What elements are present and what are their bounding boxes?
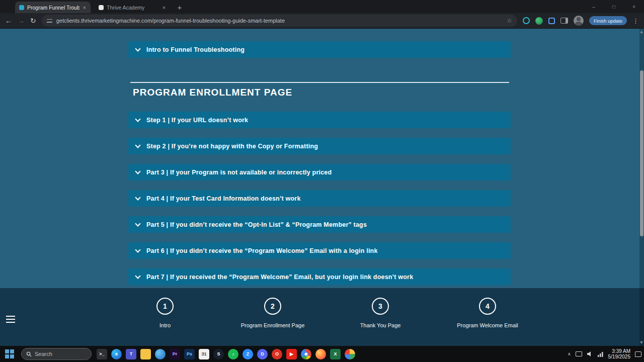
accordion-step-2[interactable]: Step 2 | If you’re not happy with the Co… (128, 138, 511, 154)
zoom-icon[interactable]: Z (243, 349, 253, 359)
app-colorful-icon[interactable] (345, 349, 355, 359)
notification-center-icon[interactable] (635, 351, 641, 357)
close-tab-icon[interactable]: × (162, 5, 166, 11)
youtube-icon[interactable]: ▶ (286, 349, 297, 359)
step-label: Program Enrollment Page (217, 322, 328, 328)
search-icon (26, 351, 32, 357)
accordion-part-6[interactable]: Part 6 | If you didn’t receive the “Prog… (128, 242, 511, 259)
stepper-step-thank-you[interactable]: 3 Thank You Page (325, 298, 436, 328)
photoshop-icon[interactable]: Ps (184, 349, 195, 359)
edge-icon[interactable]: e (111, 349, 122, 359)
app-red-icon[interactable]: O (272, 349, 282, 359)
accordion-label: Step 2 | If you’re not happy with the Co… (146, 143, 318, 150)
accordion-label: Intro to Funnel Troubleshooting (146, 46, 245, 53)
browser-tabstrip: Program Funnel Troubleshooting × Thrive … (0, 0, 644, 13)
tab-favicon (19, 5, 24, 10)
chevron-down-icon (135, 195, 140, 200)
close-tab-icon[interactable]: × (83, 5, 87, 11)
steam-icon[interactable]: S (213, 349, 224, 359)
accordion-label: Step 1 | If your URL doesn’t work (146, 117, 248, 124)
network-icon[interactable] (597, 351, 604, 357)
calendar-icon[interactable]: 31 (199, 349, 209, 359)
tab-thrive-academy[interactable]: Thrive Academy × (95, 2, 170, 13)
step-number: 3 (372, 298, 389, 315)
page-footer: 1 Intro 2 Program Enrollment Page 3 Than… (0, 288, 644, 346)
tab-title: Thrive Academy (107, 5, 159, 11)
menu-icon[interactable] (6, 316, 15, 325)
accordion-label: Part 3 | If your Program is not availabl… (146, 169, 332, 176)
firefox-icon[interactable] (315, 349, 326, 359)
bookmark-star-icon[interactable]: ☆ (507, 17, 512, 24)
url-text: getclients.thrivemarketingmachine.com/pr… (56, 18, 285, 24)
chevron-down-icon (135, 168, 140, 174)
finish-update-button[interactable]: Finish update (589, 16, 627, 25)
spotify-icon[interactable]: ♪ (228, 349, 238, 359)
scroll-up-arrow-icon[interactable] (640, 31, 643, 33)
accordion-step-1[interactable]: Step 1 | If your URL doesn’t work (128, 112, 511, 128)
stepper-step-welcome-email[interactable]: 4 Program Welcome Email (432, 298, 543, 328)
step-number: 2 (264, 298, 281, 315)
taskbar-search[interactable] (21, 348, 92, 360)
site-info-icon[interactable] (47, 18, 52, 24)
stepper-step-intro[interactable]: 1 Intro (110, 298, 220, 328)
tray-chevron-up-icon[interactable]: ∧ (568, 351, 571, 356)
accordion-label: Part 7 | If you received the “Program We… (146, 274, 413, 281)
browser-menu-icon[interactable]: ⋮ (632, 17, 639, 25)
taskbar: >_eTPrPs31S♪ZDO▶X ∧ 3:39 AM 5/19/2025 (0, 346, 644, 362)
section-title: PROGRAM ENROLLMENT PAGE (133, 87, 292, 98)
extension-blue-icon[interactable] (548, 18, 555, 24)
chevron-down-icon (135, 46, 140, 51)
teams-icon[interactable]: T (126, 349, 136, 359)
accordion-part-4[interactable]: Part 4 | If your Test Card Information d… (128, 190, 511, 207)
back-button[interactable]: ← (5, 17, 12, 25)
tab-favicon (99, 5, 104, 10)
accordion-label: Part 6 | If you didn’t receive the “Prog… (146, 247, 378, 254)
tab-title: Program Funnel Troubleshooting (27, 5, 79, 11)
minimize-button[interactable]: – (584, 0, 604, 13)
forward-button[interactable]: → (18, 17, 25, 25)
search-input[interactable] (35, 351, 85, 357)
browser-blue-icon[interactable] (155, 349, 166, 359)
excel-icon[interactable]: X (330, 349, 341, 359)
chevron-down-icon (135, 221, 140, 226)
step-label: Program Welcome Email (432, 322, 543, 328)
accordion-part-5[interactable]: Part 5 | If you didn’t receive the “Opt-… (128, 216, 511, 233)
browser-toolbar: ← → ↻ getclients.thrivemarketingmachine.… (0, 13, 644, 29)
volume-icon[interactable] (587, 351, 593, 357)
maximize-button[interactable]: □ (604, 0, 624, 13)
accordion-part-3[interactable]: Part 3 | If your Program is not availabl… (128, 164, 511, 180)
page-content: Intro to Funnel Troubleshooting PROGRAM … (0, 29, 644, 288)
side-panel-icon[interactable] (560, 18, 568, 24)
new-tab-button[interactable]: + (174, 2, 185, 13)
discord-icon[interactable]: D (257, 349, 268, 359)
address-bar[interactable]: getclients.thrivemarketingmachine.com/pr… (42, 15, 517, 27)
premiere-icon[interactable]: Pr (170, 349, 180, 359)
system-tray: ∧ 3:39 AM 5/19/2025 (568, 346, 641, 362)
page-scrollbar[interactable] (639, 29, 644, 346)
tab-program-funnel[interactable]: Program Funnel Troubleshooting × (15, 2, 91, 13)
extension-green-icon[interactable] (535, 17, 543, 25)
taskbar-app-icons: >_eTPrPs31S♪ZDO▶X (97, 346, 355, 362)
scroll-down-arrow-icon[interactable] (640, 341, 643, 344)
chevron-down-icon (135, 116, 140, 122)
reload-button[interactable]: ↻ (30, 17, 36, 25)
accordion-part-7[interactable]: Part 7 | If you received the “Program We… (128, 268, 511, 285)
file-explorer-icon[interactable] (140, 349, 151, 359)
accordion-label: Part 4 | If your Test Card Information d… (146, 195, 301, 202)
step-label: Thank You Page (325, 322, 436, 328)
section-divider (130, 82, 509, 83)
profile-avatar[interactable] (574, 16, 584, 26)
accordion-intro[interactable]: Intro to Funnel Troubleshooting (128, 41, 511, 58)
chrome-icon[interactable] (301, 349, 311, 359)
extension-ring-icon[interactable] (523, 17, 530, 24)
accordion-label: Part 5 | If you didn’t receive the “Opt-… (146, 221, 367, 228)
start-button[interactable] (5, 349, 14, 358)
taskbar-clock[interactable]: 3:39 AM 5/19/2025 (608, 348, 631, 360)
scrollbar-thumb[interactable] (640, 70, 643, 236)
display-icon[interactable] (576, 351, 582, 356)
terminal-icon[interactable]: >_ (97, 349, 107, 359)
taskbar-time: 3:39 AM (608, 348, 631, 354)
close-window-button[interactable]: × (624, 0, 644, 13)
window-controls: – □ × (584, 0, 644, 13)
stepper-step-enrollment[interactable]: 2 Program Enrollment Page (217, 298, 328, 328)
